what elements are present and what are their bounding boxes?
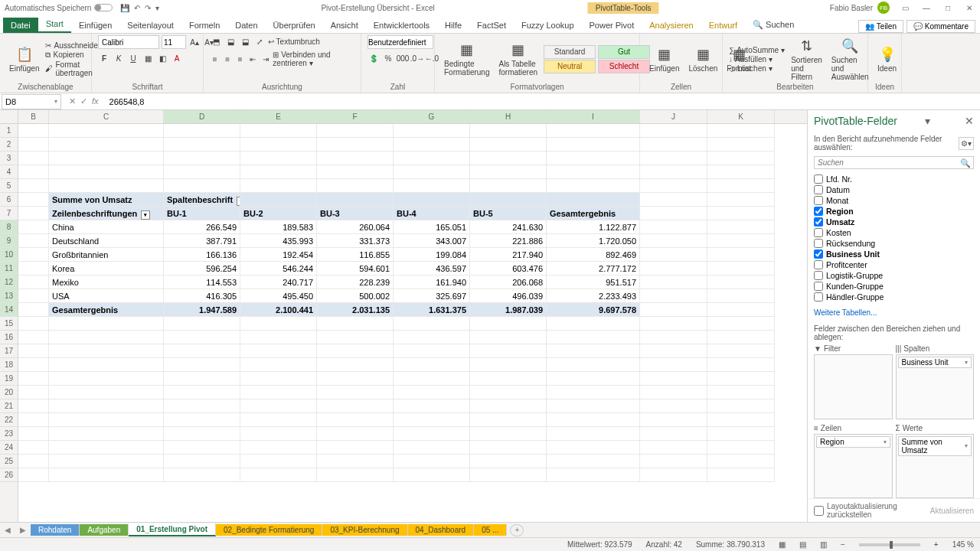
row-header[interactable]: 17: [0, 344, 18, 358]
row-header[interactable]: 2: [0, 138, 18, 152]
cell[interactable]: 331.373: [317, 234, 394, 248]
cell[interactable]: [18, 399, 49, 413]
cell[interactable]: [640, 399, 707, 413]
cell[interactable]: [164, 399, 240, 413]
cell[interactable]: 2.031.135: [317, 303, 394, 317]
cell[interactable]: [707, 276, 775, 289]
insert-cells-button[interactable]: ▦Einfügen: [646, 44, 682, 74]
field-item[interactable]: Kunden-Gruppe: [814, 281, 974, 292]
cell[interactable]: [640, 193, 707, 207]
orientation-icon[interactable]: ⤢: [253, 35, 266, 47]
cell[interactable]: [240, 413, 317, 427]
cell[interactable]: [394, 152, 470, 165]
field-item[interactable]: Lfd. Nr.: [814, 174, 974, 184]
row-header[interactable]: 11: [0, 262, 18, 276]
cell[interactable]: [394, 317, 470, 331]
update-button[interactable]: Aktualisieren: [930, 507, 974, 515]
cell[interactable]: [707, 331, 775, 344]
cell[interactable]: [640, 317, 707, 331]
zoom-in-icon[interactable]: +: [934, 540, 939, 549]
tab-factset[interactable]: FactSet: [469, 18, 514, 33]
cell[interactable]: [640, 358, 707, 372]
bold-button[interactable]: F: [98, 52, 110, 64]
cell[interactable]: [317, 193, 394, 207]
row-header[interactable]: 13: [0, 289, 18, 303]
autosum-button[interactable]: ∑ AutoSumme ▾: [729, 46, 785, 54]
field-item[interactable]: Logistik-Gruppe: [814, 270, 974, 281]
cell[interactable]: [18, 468, 49, 482]
row-header[interactable]: 19: [0, 372, 18, 386]
cell[interactable]: [18, 317, 49, 331]
cell[interactable]: [49, 468, 164, 482]
cell[interactable]: [640, 303, 707, 317]
cell[interactable]: [470, 441, 547, 455]
cell[interactable]: [18, 179, 49, 193]
cell[interactable]: [707, 468, 775, 482]
cell[interactable]: [18, 262, 49, 276]
border-button[interactable]: ▦: [142, 52, 154, 64]
cell[interactable]: [49, 413, 164, 427]
cell[interactable]: [317, 317, 394, 331]
autosave-toggle[interactable]: [94, 4, 113, 11]
row-header[interactable]: 4: [0, 165, 18, 179]
row-header[interactable]: 1: [0, 124, 18, 138]
cell[interactable]: [394, 138, 470, 152]
cell[interactable]: [470, 179, 547, 193]
minimize-icon[interactable]: —: [920, 4, 933, 12]
cell[interactable]: [394, 413, 470, 427]
col-header[interactable]: I: [547, 110, 640, 123]
pivot-row-item[interactable]: China: [49, 220, 164, 234]
cell[interactable]: [394, 386, 470, 399]
cell[interactable]: [18, 152, 49, 165]
cell[interactable]: [18, 358, 49, 372]
cell[interactable]: [640, 427, 707, 441]
field-checkbox[interactable]: [814, 292, 823, 302]
wrap-text-button[interactable]: ↩ Textumbruch: [268, 37, 320, 46]
cell[interactable]: [640, 441, 707, 455]
field-checkbox[interactable]: [814, 174, 823, 184]
row-header[interactable]: 22: [0, 413, 18, 427]
view-normal-icon[interactable]: ▦: [779, 540, 786, 549]
delete-cells-button[interactable]: ▦Löschen: [685, 44, 720, 74]
area-columns-dropzone[interactable]: Business Unit: [896, 354, 975, 419]
cell[interactable]: [640, 152, 707, 165]
field-item[interactable]: Rücksendung: [814, 238, 974, 249]
sheet-nav-next-icon[interactable]: ▶: [15, 526, 31, 534]
cell[interactable]: 2.233.493: [547, 289, 640, 303]
cell[interactable]: [164, 344, 240, 358]
cell[interactable]: [394, 399, 470, 413]
cell[interactable]: 435.993: [240, 234, 317, 248]
cell[interactable]: [640, 289, 707, 303]
cell[interactable]: [18, 220, 49, 234]
cell[interactable]: [707, 248, 775, 262]
field-checkbox[interactable]: [814, 196, 823, 205]
cell[interactable]: 1.122.877: [547, 220, 640, 234]
cell[interactable]: [470, 468, 547, 482]
row-header[interactable]: 12: [0, 276, 18, 289]
cell[interactable]: 260.064: [317, 220, 394, 234]
sheet-tab-s2[interactable]: 02_Bedingte Formatierung: [216, 524, 322, 536]
cell[interactable]: [470, 138, 547, 152]
cell[interactable]: [707, 124, 775, 138]
sheet-tab-aufgaben[interactable]: Aufgaben: [80, 524, 129, 536]
undo-icon[interactable]: ↶: [134, 4, 140, 12]
pivot-row-item[interactable]: Mexiko: [49, 276, 164, 289]
style-neutral[interactable]: Neutral: [544, 60, 596, 73]
area-values-dropzone[interactable]: Summe von Umsatz: [896, 434, 975, 499]
cancel-formula-icon[interactable]: ✕: [69, 96, 76, 106]
tab-pagelayout[interactable]: Seitenlayout: [119, 18, 181, 33]
cell[interactable]: [707, 234, 775, 248]
area-row-item[interactable]: Region: [816, 436, 890, 448]
cell[interactable]: [640, 138, 707, 152]
cell[interactable]: [18, 455, 49, 468]
cell[interactable]: [240, 152, 317, 165]
cell[interactable]: [49, 179, 164, 193]
cell[interactable]: [640, 124, 707, 138]
cell[interactable]: [394, 193, 470, 207]
cell[interactable]: [640, 386, 707, 399]
cell[interactable]: [317, 386, 394, 399]
field-checkbox[interactable]: [814, 228, 823, 237]
format-table-button[interactable]: ▦Als Tabelle formatieren: [495, 40, 541, 78]
cell[interactable]: [640, 207, 707, 220]
cell[interactable]: BU-5: [470, 207, 547, 220]
